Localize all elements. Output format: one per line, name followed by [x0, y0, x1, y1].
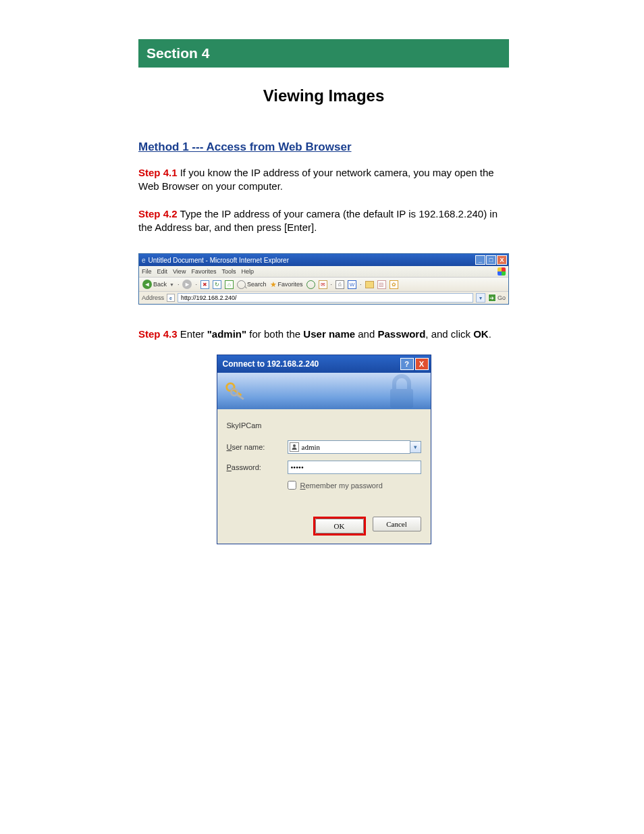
- mail-button[interactable]: ✉: [319, 280, 327, 289]
- step-label: Step 4.3: [138, 328, 178, 340]
- step-text: If you know the IP address of your netwo…: [138, 167, 494, 192]
- menu-favorites[interactable]: Favorites: [191, 268, 216, 275]
- ie-titlebar: e Untitled Document - Microsoft Internet…: [139, 254, 508, 266]
- ie-title-text: Untitled Document - Microsoft Internet E…: [149, 257, 289, 264]
- username-field[interactable]: [288, 440, 410, 454]
- menu-help[interactable]: Help: [241, 268, 254, 275]
- print-button[interactable]: ⎙: [336, 280, 344, 289]
- maximize-button[interactable]: □: [486, 255, 496, 265]
- step-text: Type the IP address of your camera (the …: [138, 208, 498, 233]
- remember-checkbox[interactable]: [288, 481, 296, 490]
- dialog-buttons: OK Cancel: [217, 498, 431, 544]
- home-button[interactable]: ⌂: [225, 280, 234, 289]
- toolbar-icon-2[interactable]: ✿: [390, 280, 398, 289]
- remember-label: Remember my password: [300, 481, 383, 490]
- t: Enter: [178, 328, 207, 340]
- favorites-button[interactable]: ★Favorites: [270, 280, 303, 289]
- page-icon: e: [167, 294, 175, 302]
- section-banner: Section 4: [138, 39, 509, 68]
- ok-button[interactable]: OK: [315, 519, 364, 533]
- edit-button[interactable]: W: [348, 280, 356, 289]
- menu-tools[interactable]: Tools: [221, 268, 236, 275]
- ie-window: e Untitled Document - Microsoft Internet…: [138, 253, 509, 305]
- password-bold: Password: [377, 328, 425, 340]
- back-button[interactable]: ◄Back▼: [142, 280, 174, 289]
- menu-view[interactable]: View: [173, 268, 186, 275]
- t: and: [355, 328, 377, 340]
- toolbar-icon-1[interactable]: ▧: [377, 280, 386, 289]
- username-dropdown-button[interactable]: ▾: [410, 441, 421, 453]
- username-label: User name:: [227, 443, 288, 451]
- minimize-button[interactable]: _: [475, 255, 485, 265]
- username-bold: User name: [303, 328, 355, 340]
- password-label: Password:: [227, 463, 288, 471]
- step-4-3: Step 4.3 Enter "admin" for both the User…: [138, 328, 509, 341]
- address-dropdown-button[interactable]: ▾: [476, 293, 485, 303]
- windows-flag-icon: [498, 267, 506, 276]
- folder-icon[interactable]: [365, 281, 374, 288]
- stop-button[interactable]: ✖: [200, 280, 209, 289]
- history-button[interactable]: [306, 280, 315, 289]
- ie-address-bar: Address e ▾ ➔Go: [139, 292, 508, 304]
- step-label: Step 4.2: [138, 208, 178, 219]
- lock-bg-icon: [378, 373, 425, 409]
- ie-icon: e: [142, 257, 146, 264]
- step-4-1: Step 4.1 If you know the IP address of y…: [138, 166, 509, 194]
- username-input[interactable]: [302, 443, 408, 451]
- close-button[interactable]: X: [497, 255, 507, 265]
- ie-toolbar: ◄Back▼ · ► · ✖ ↻ ⌂ Search ★Favorites ✉ ·…: [139, 278, 508, 292]
- admin-bold: "admin": [207, 328, 246, 340]
- step-label: Step 4.1: [138, 167, 178, 178]
- password-input[interactable]: [288, 461, 421, 474]
- menu-edit[interactable]: Edit: [157, 268, 168, 275]
- refresh-button[interactable]: ↻: [213, 280, 221, 289]
- svg-rect-4: [390, 389, 413, 408]
- dialog-banner: [217, 373, 431, 409]
- go-button[interactable]: ➔Go: [488, 294, 506, 302]
- forward-button[interactable]: ►: [182, 280, 192, 289]
- address-label: Address: [142, 294, 164, 301]
- ok-button-highlight: OK: [313, 517, 366, 536]
- keys-icon: [223, 378, 248, 404]
- auth-dialog: Connect to 192.168.2.240 ? X SkyIPCam Us…: [217, 355, 431, 544]
- t: .: [489, 328, 491, 340]
- search-button[interactable]: Search: [237, 280, 267, 289]
- address-input[interactable]: [178, 293, 473, 303]
- step-4-2: Step 4.2 Type the IP address of your cam…: [138, 207, 509, 235]
- cancel-button[interactable]: Cancel: [373, 517, 421, 531]
- method-heading: Method 1 --- Access from Web Browser: [138, 140, 509, 154]
- help-button[interactable]: ?: [400, 358, 414, 370]
- svg-point-5: [293, 444, 296, 447]
- ok-bold: OK: [473, 328, 489, 340]
- dialog-body: SkyIPCam User name: ▾ Password:: [217, 409, 431, 498]
- dialog-title: Connect to 192.168.2.240: [223, 359, 319, 369]
- t: for both the: [246, 328, 303, 340]
- menu-file[interactable]: File: [142, 268, 152, 275]
- page-title: Viewing Images: [138, 86, 509, 105]
- t: , and click: [425, 328, 473, 340]
- person-icon: [290, 442, 299, 452]
- realm-text: SkyIPCam: [227, 421, 421, 429]
- dialog-close-button[interactable]: X: [415, 358, 429, 370]
- dialog-titlebar: Connect to 192.168.2.240 ? X: [217, 355, 431, 373]
- ie-menubar: File Edit View Favorites Tools Help: [139, 266, 508, 278]
